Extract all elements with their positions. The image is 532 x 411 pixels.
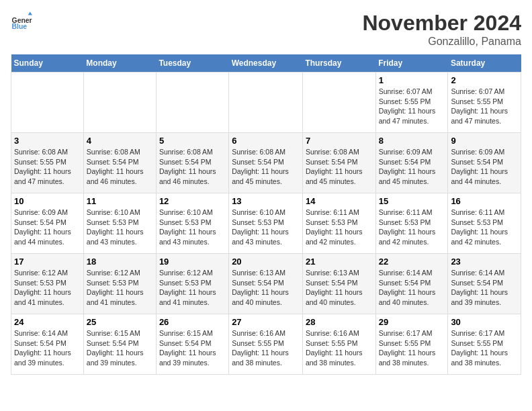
calendar-body: 1Sunrise: 6:07 AM Sunset: 5:55 PM Daylig… xyxy=(11,73,521,375)
day-number: 27 xyxy=(232,317,300,327)
svg-marker-2 xyxy=(28,12,32,15)
day-number: 22 xyxy=(379,257,445,267)
day-number: 20 xyxy=(232,257,300,267)
day-info: Sunrise: 6:17 AM Sunset: 5:55 PM Dayligh… xyxy=(451,328,518,368)
calendar-cell: 15Sunrise: 6:11 AM Sunset: 5:53 PM Dayli… xyxy=(375,193,448,254)
day-of-week-tuesday: Tuesday xyxy=(156,54,228,73)
calendar-cell: 19Sunrise: 6:12 AM Sunset: 5:53 PM Dayli… xyxy=(156,254,228,314)
day-info: Sunrise: 6:08 AM Sunset: 5:54 PM Dayligh… xyxy=(306,147,373,187)
day-info: Sunrise: 6:14 AM Sunset: 5:54 PM Dayligh… xyxy=(379,268,445,308)
day-number: 12 xyxy=(159,196,226,206)
day-number: 15 xyxy=(379,196,445,206)
day-number: 21 xyxy=(306,257,373,267)
calendar-cell: 13Sunrise: 6:10 AM Sunset: 5:53 PM Dayli… xyxy=(229,193,303,254)
day-number: 24 xyxy=(14,317,81,327)
calendar-cell xyxy=(11,73,84,133)
svg-text:Blue: Blue xyxy=(12,23,28,30)
day-of-week-saturday: Saturday xyxy=(448,54,521,73)
calendar-cell: 20Sunrise: 6:13 AM Sunset: 5:54 PM Dayli… xyxy=(229,254,303,314)
day-info: Sunrise: 6:11 AM Sunset: 5:53 PM Dayligh… xyxy=(306,208,373,247)
calendar-cell: 11Sunrise: 6:10 AM Sunset: 5:53 PM Dayli… xyxy=(83,193,156,254)
calendar-cell: 2Sunrise: 6:07 AM Sunset: 5:55 PM Daylig… xyxy=(448,73,521,133)
day-info: Sunrise: 6:08 AM Sunset: 5:54 PM Dayligh… xyxy=(159,147,226,187)
day-number: 25 xyxy=(87,317,153,327)
logo: General Blue xyxy=(11,11,32,32)
day-number: 30 xyxy=(451,317,518,327)
calendar-cell: 24Sunrise: 6:14 AM Sunset: 5:54 PM Dayli… xyxy=(11,314,84,375)
day-info: Sunrise: 6:11 AM Sunset: 5:53 PM Dayligh… xyxy=(379,208,445,247)
calendar-cell: 23Sunrise: 6:14 AM Sunset: 5:54 PM Dayli… xyxy=(448,254,521,314)
day-info: Sunrise: 6:10 AM Sunset: 5:53 PM Dayligh… xyxy=(87,208,153,247)
day-info: Sunrise: 6:14 AM Sunset: 5:54 PM Dayligh… xyxy=(14,328,81,368)
day-number: 1 xyxy=(379,75,445,85)
day-number: 17 xyxy=(14,257,81,267)
day-info: Sunrise: 6:09 AM Sunset: 5:54 PM Dayligh… xyxy=(379,147,445,187)
calendar-cell: 3Sunrise: 6:08 AM Sunset: 5:55 PM Daylig… xyxy=(11,133,84,193)
week-row-3: 10Sunrise: 6:09 AM Sunset: 5:54 PM Dayli… xyxy=(11,193,521,254)
title-block: November 2024 Gonzalillo, Panama xyxy=(362,11,521,48)
day-info: Sunrise: 6:13 AM Sunset: 5:54 PM Dayligh… xyxy=(306,268,373,308)
week-row-4: 17Sunrise: 6:12 AM Sunset: 5:53 PM Dayli… xyxy=(11,254,521,314)
day-number: 19 xyxy=(159,257,226,267)
day-number: 14 xyxy=(306,196,373,206)
day-info: Sunrise: 6:08 AM Sunset: 5:55 PM Dayligh… xyxy=(14,147,81,187)
days-of-week-row: SundayMondayTuesdayWednesdayThursdayFrid… xyxy=(11,54,521,73)
day-info: Sunrise: 6:07 AM Sunset: 5:55 PM Dayligh… xyxy=(451,87,518,126)
day-info: Sunrise: 6:12 AM Sunset: 5:53 PM Dayligh… xyxy=(14,268,81,308)
day-info: Sunrise: 6:12 AM Sunset: 5:53 PM Dayligh… xyxy=(87,268,153,308)
day-info: Sunrise: 6:15 AM Sunset: 5:54 PM Dayligh… xyxy=(87,328,153,368)
day-number: 3 xyxy=(14,136,81,146)
day-info: Sunrise: 6:08 AM Sunset: 5:54 PM Dayligh… xyxy=(87,147,153,187)
day-number: 8 xyxy=(379,136,445,146)
day-of-week-friday: Friday xyxy=(375,54,448,73)
calendar-cell: 29Sunrise: 6:17 AM Sunset: 5:55 PM Dayli… xyxy=(375,314,448,375)
week-row-1: 1Sunrise: 6:07 AM Sunset: 5:55 PM Daylig… xyxy=(11,73,521,133)
day-info: Sunrise: 6:13 AM Sunset: 5:54 PM Dayligh… xyxy=(232,268,300,308)
calendar-cell: 12Sunrise: 6:10 AM Sunset: 5:53 PM Dayli… xyxy=(156,193,228,254)
calendar-cell: 18Sunrise: 6:12 AM Sunset: 5:53 PM Dayli… xyxy=(83,254,156,314)
day-info: Sunrise: 6:11 AM Sunset: 5:53 PM Dayligh… xyxy=(451,208,518,247)
calendar-cell: 27Sunrise: 6:16 AM Sunset: 5:55 PM Dayli… xyxy=(229,314,303,375)
day-info: Sunrise: 6:10 AM Sunset: 5:53 PM Dayligh… xyxy=(159,208,226,247)
calendar-cell: 28Sunrise: 6:16 AM Sunset: 5:55 PM Dayli… xyxy=(302,314,375,375)
calendar-cell xyxy=(156,73,228,133)
calendar-cell: 6Sunrise: 6:08 AM Sunset: 5:54 PM Daylig… xyxy=(229,133,303,193)
day-info: Sunrise: 6:12 AM Sunset: 5:53 PM Dayligh… xyxy=(159,268,226,308)
day-number: 6 xyxy=(232,136,300,146)
calendar-header: SundayMondayTuesdayWednesdayThursdayFrid… xyxy=(11,54,521,73)
calendar-cell: 17Sunrise: 6:12 AM Sunset: 5:53 PM Dayli… xyxy=(11,254,84,314)
calendar-cell: 8Sunrise: 6:09 AM Sunset: 5:54 PM Daylig… xyxy=(375,133,448,193)
logo-icon: General Blue xyxy=(11,11,32,32)
calendar-cell xyxy=(229,73,303,133)
calendar-cell xyxy=(302,73,375,133)
week-row-5: 24Sunrise: 6:14 AM Sunset: 5:54 PM Dayli… xyxy=(11,314,521,375)
day-number: 26 xyxy=(159,317,226,327)
week-row-2: 3Sunrise: 6:08 AM Sunset: 5:55 PM Daylig… xyxy=(11,133,521,193)
calendar-cell: 22Sunrise: 6:14 AM Sunset: 5:54 PM Dayli… xyxy=(375,254,448,314)
calendar-cell: 9Sunrise: 6:09 AM Sunset: 5:54 PM Daylig… xyxy=(448,133,521,193)
page-header: General Blue November 2024 Gonzalillo, P… xyxy=(11,11,521,48)
day-info: Sunrise: 6:15 AM Sunset: 5:54 PM Dayligh… xyxy=(159,328,226,368)
calendar-cell: 21Sunrise: 6:13 AM Sunset: 5:54 PM Dayli… xyxy=(302,254,375,314)
day-number: 18 xyxy=(87,257,153,267)
calendar-cell: 1Sunrise: 6:07 AM Sunset: 5:55 PM Daylig… xyxy=(375,73,448,133)
calendar-cell: 30Sunrise: 6:17 AM Sunset: 5:55 PM Dayli… xyxy=(448,314,521,375)
day-info: Sunrise: 6:16 AM Sunset: 5:55 PM Dayligh… xyxy=(232,328,300,368)
location-subtitle: Gonzalillo, Panama xyxy=(362,36,521,48)
day-number: 11 xyxy=(87,196,153,206)
day-of-week-sunday: Sunday xyxy=(11,54,84,73)
calendar-cell: 7Sunrise: 6:08 AM Sunset: 5:54 PM Daylig… xyxy=(302,133,375,193)
calendar-cell xyxy=(83,73,156,133)
calendar-cell: 5Sunrise: 6:08 AM Sunset: 5:54 PM Daylig… xyxy=(156,133,228,193)
day-info: Sunrise: 6:16 AM Sunset: 5:55 PM Dayligh… xyxy=(306,328,373,368)
day-number: 29 xyxy=(379,317,445,327)
day-number: 13 xyxy=(232,196,300,206)
month-year-title: November 2024 xyxy=(362,11,521,36)
calendar-cell: 10Sunrise: 6:09 AM Sunset: 5:54 PM Dayli… xyxy=(11,193,84,254)
calendar-table: SundayMondayTuesdayWednesdayThursdayFrid… xyxy=(11,54,521,375)
day-number: 7 xyxy=(306,136,373,146)
day-number: 5 xyxy=(159,136,226,146)
day-number: 16 xyxy=(451,196,518,206)
day-info: Sunrise: 6:17 AM Sunset: 5:55 PM Dayligh… xyxy=(379,328,445,368)
day-number: 10 xyxy=(14,196,81,206)
